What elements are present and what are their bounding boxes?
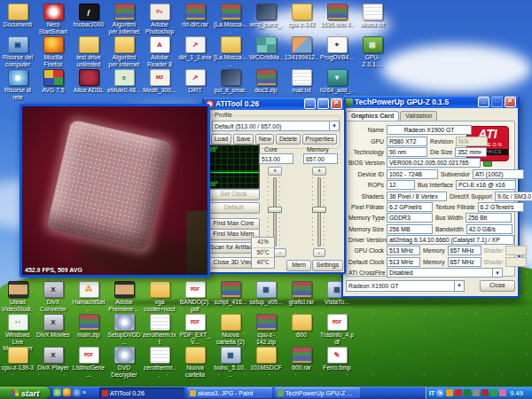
tray-icon[interactable] xyxy=(481,389,489,396)
core-minus-button[interactable]: - xyxy=(274,248,286,257)
desktop-icon[interactable]: WCGridMa... xyxy=(249,36,283,67)
profile-combobox[interactable]: Default (513.00 / 657.00) xyxy=(212,121,340,131)
desktop-icon[interactable]: Nero StartSmart xyxy=(36,4,70,35)
core-slider-thumb[interactable] xyxy=(268,207,282,213)
desktop-icon[interactable]: XDivX Player xyxy=(36,347,70,372)
desktop-icon[interactable]: main.zip xyxy=(72,314,106,339)
desktop-icon[interactable]: [La.Mosca-... xyxy=(214,4,247,35)
desktop-icon[interactable]: PDFListinoGene... xyxy=(72,347,106,378)
taskbar-button[interactable]: akasa3..JPG - Paint xyxy=(187,387,272,398)
start-button[interactable]: start xyxy=(0,387,51,399)
hamachi-icon[interactable] xyxy=(53,388,61,396)
gpuz-titlebar[interactable]: TechPowerUp GPU-Z 0.1.5 _ □ ✕ xyxy=(343,96,518,108)
close-icon[interactable]: ✕ xyxy=(505,97,516,107)
desktop-icon[interactable]: PDFTrasInfo_4.pdf xyxy=(320,314,354,345)
desktop-icon[interactable]: cpu-z-142 xyxy=(285,4,318,28)
profile-load-button[interactable]: Load xyxy=(211,134,231,145)
tray-icon[interactable] xyxy=(455,389,462,396)
desktop-icon[interactable]: script_416... xyxy=(214,281,247,306)
desktop-icon[interactable]: Nuova cartella (2) xyxy=(214,314,247,345)
tab-validation[interactable]: Validation xyxy=(400,111,437,121)
desktop-icon[interactable]: cpu-z-139-3 xyxy=(1,347,35,372)
tray-collapse-icon[interactable]: ◂ xyxy=(436,389,444,397)
desktop-icon[interactable]: eeMule0.48... xyxy=(107,69,141,94)
maximize-icon[interactable]: □ xyxy=(317,98,329,109)
desktop-icon[interactable]: 101MSDCF xyxy=(249,347,283,372)
tray-icon[interactable] xyxy=(464,389,471,396)
desktop-icon[interactable]: ◉Risorse di rete xyxy=(1,69,35,100)
tray-icon[interactable] xyxy=(473,389,480,396)
desktop-icon[interactable]: akasa.txt xyxy=(356,4,389,28)
desktop-icon[interactable]: [La.Mosca.-... xyxy=(214,36,247,67)
tab-graphics-card[interactable]: Graphics Card xyxy=(346,111,399,121)
atitool-titlebar[interactable]: ATITool 0.26 _ □ ✕ xyxy=(204,98,344,110)
desktop-icon[interactable]: AVG 7.5 xyxy=(36,69,70,94)
desktop-icon[interactable]: doc3.zip xyxy=(249,69,283,94)
core-plus-button[interactable]: + xyxy=(268,167,282,176)
firefox-icon[interactable] xyxy=(63,388,71,396)
minimize-icon[interactable]: _ xyxy=(478,97,489,107)
desktop-icon[interactable]: mail.txt xyxy=(285,69,318,94)
gpuz-close-button[interactable]: Close xyxy=(480,280,515,292)
desktop-icon[interactable]: ✎Ferro.bmp xyxy=(320,347,354,372)
memory-clock-input[interactable]: 657.00 xyxy=(303,153,338,164)
desktop-icon[interactable]: grafici.rar xyxy=(285,281,318,306)
tray-icon[interactable] xyxy=(499,389,506,396)
desktop-icon[interactable]: ▦setup_v09... xyxy=(249,281,283,306)
desktop-icon[interactable]: PDFBANDO(2).pdf xyxy=(178,281,212,312)
desktop-icon[interactable]: ▤GPU-Z.0.1.... xyxy=(356,36,389,67)
tray-icon[interactable] xyxy=(490,389,497,396)
mem-button[interactable]: Mem xyxy=(286,260,311,271)
desktop-icon[interactable]: Adobe Premiere ... xyxy=(107,281,141,312)
desktop-icon[interactable]: Mozilla Firefox xyxy=(36,36,70,67)
memory-slider-thumb[interactable] xyxy=(312,207,326,213)
taskbar-button[interactable]: TechPowerUp GPU-Z ... xyxy=(275,387,360,398)
taskbar-button[interactable]: ATITool 0.26 xyxy=(99,387,184,398)
desktop-icon[interactable]: cpu-z-142.zip xyxy=(249,314,283,345)
close-icon[interactable]: ✕ xyxy=(331,98,342,109)
desktop-icon[interactable]: ƒfoobar2000 xyxy=(72,4,106,28)
memory-slider[interactable] xyxy=(312,177,325,246)
memory-minus-button[interactable]: - xyxy=(313,248,325,257)
desktop-icon[interactable]: zerotherm.txt xyxy=(143,314,176,345)
core-clock-input[interactable]: 513.00 xyxy=(259,153,293,164)
desktop-icon[interactable]: ↗dirt_1_1.exe xyxy=(178,36,212,61)
minimize-icon[interactable]: _ xyxy=(304,98,316,109)
desktop-icon[interactable]: rld-dirt.rar xyxy=(178,4,212,28)
profile-save-button[interactable]: Save xyxy=(233,134,254,145)
desktop-icon[interactable]: PDFPDF_EXT_V... xyxy=(178,314,212,345)
settings-button[interactable]: Settings xyxy=(312,260,343,271)
desktop-icon[interactable]: Documenti xyxy=(1,4,35,28)
desktop-icon[interactable]: ⁂HamachiSet... xyxy=(72,281,106,312)
desktop-icon[interactable]: M2Medit_300... xyxy=(143,69,176,94)
desktop-icon[interactable]: Nuova cartella xyxy=(178,347,212,378)
desktop-icon[interactable]: 600.rar xyxy=(285,347,318,372)
desktop-icon[interactable]: XDivX Movies xyxy=(36,314,70,339)
profile-delete-button[interactable]: Delete xyxy=(276,134,301,145)
desktop-icon[interactable]: ▣Risorse del computer xyxy=(1,36,35,67)
desktop-icon[interactable]: AAdobe Reader 8 xyxy=(143,36,176,67)
memory-plus-button[interactable]: + xyxy=(312,167,326,176)
crossfire-combobox[interactable]: Disabled xyxy=(387,268,503,278)
desktop-icon[interactable]: zerothermr... xyxy=(143,347,176,378)
desktop-icon[interactable]: DVD Decrypter xyxy=(107,347,141,378)
desktop-icon[interactable]: SetupDVDD... xyxy=(107,314,141,345)
tray-icon[interactable] xyxy=(446,389,453,396)
card-select-combobox[interactable]: Radeon X1900 GT xyxy=(346,280,465,292)
desktop-icon[interactable]: XDivX Converter xyxy=(36,281,70,312)
desktop-icon[interactable]: ↗DiRT xyxy=(178,69,212,94)
desktop-icon[interactable]: wcg_banc_... xyxy=(249,4,283,35)
desktop-icon-label: Risorse di rete xyxy=(1,87,35,100)
quick-launch-overflow-chevron[interactable]: » xyxy=(82,389,86,395)
language-indicator[interactable]: IT xyxy=(429,390,434,396)
desktop-icon[interactable]: ⌖ProgDVB4... xyxy=(320,36,354,61)
desktop-icon[interactable]: 600 xyxy=(285,314,318,339)
desktop-icon[interactable]: ▦boinc_5.10.... xyxy=(214,347,247,378)
desktop-icon[interactable]: 1535.dvb.4... xyxy=(320,4,354,35)
internet-explorer-icon[interactable] xyxy=(73,388,81,396)
desktop-icon[interactable]: 134199412... xyxy=(285,36,318,67)
desktop-icon[interactable]: Alice ADSL xyxy=(72,69,106,94)
profile-properties-button[interactable]: Properties xyxy=(302,134,337,145)
profile-new-button[interactable]: New xyxy=(255,134,274,145)
desktop-icon[interactable]: pci_it_smar... xyxy=(214,69,247,100)
